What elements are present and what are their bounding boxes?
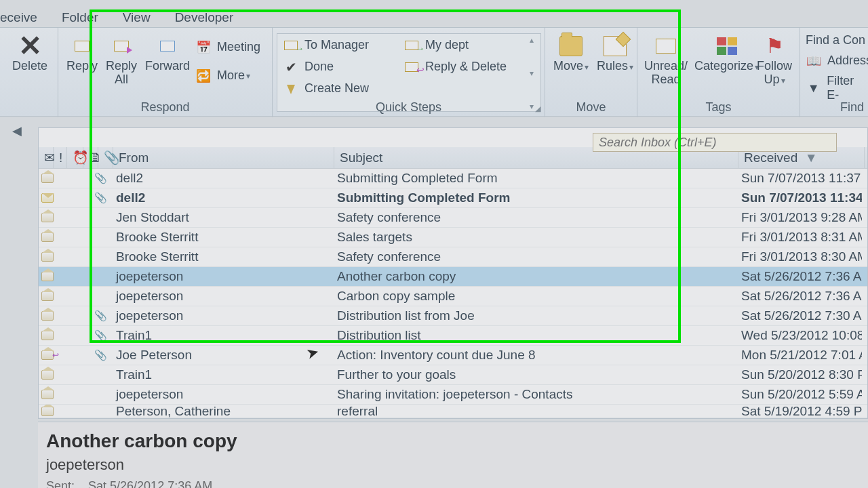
- tab-receive[interactable]: eceive: [0, 10, 50, 25]
- message-row[interactable]: 📎dell2Submitting Completed FormSun 7/07/…: [39, 188, 867, 208]
- message-row[interactable]: ↩📎Joe PetersonAction: Inventory count du…: [39, 346, 867, 365]
- qs-to-manager[interactable]: To Manager: [283, 38, 369, 52]
- delete-button[interactable]: ✕ Delete: [12, 33, 47, 73]
- qs-create-new[interactable]: Create New: [283, 81, 369, 96]
- categorize-button[interactable]: Categorize: [694, 33, 759, 74]
- row-attachment: 📎: [90, 310, 111, 322]
- message-row[interactable]: 📎joepetersonDistribution list from JoeSa…: [39, 306, 867, 326]
- qs-my-dept[interactable]: My dept: [403, 38, 469, 52]
- meeting-button[interactable]: 📅 Meeting: [195, 40, 260, 54]
- unread-label-2: Read: [652, 73, 681, 86]
- forward-button[interactable]: Forward: [145, 33, 190, 73]
- row-received: Sun 5/20/2012 8:30 PM: [736, 367, 862, 382]
- col-importance[interactable]: ✉: [39, 147, 54, 168]
- paperclip-icon: 📎: [94, 349, 107, 361]
- qs-label: To Manager: [304, 38, 369, 52]
- row-from: Jen Stoddart: [111, 210, 332, 225]
- row-status-icons: [39, 193, 90, 203]
- envelope-open-icon: [41, 213, 54, 222]
- col-reminder[interactable]: !: [54, 147, 67, 168]
- message-row[interactable]: Jen StoddartSafety conferenceFri 3/01/20…: [39, 208, 867, 228]
- search-input[interactable]: [593, 133, 837, 152]
- col-reminder-bell[interactable]: ⏰: [67, 147, 83, 168]
- nav-collapse-button[interactable]: ◀: [12, 123, 22, 138]
- envelope-open-icon: [41, 232, 54, 242]
- address-book-button[interactable]: 📖 Address: [806, 54, 868, 68]
- dialog-launcher-icon[interactable]: ◢: [535, 104, 540, 113]
- tab-folder[interactable]: Folder: [50, 10, 111, 25]
- scroll-down-icon[interactable]: ▾: [530, 68, 534, 78]
- envelope-forward-icon: [284, 41, 298, 50]
- more-label: More: [217, 68, 245, 83]
- row-received: Fri 3/01/2013 8:31 AM: [736, 230, 862, 245]
- envelope-reply-icon: [405, 62, 418, 72]
- qs-done[interactable]: ✔ Done: [283, 60, 334, 74]
- follow-up-button[interactable]: ⚑ Follow Up: [757, 33, 792, 87]
- message-row[interactable]: joepetersonAnother carbon copySat 5/26/2…: [39, 267, 867, 287]
- row-subject: Safety conference: [332, 249, 736, 264]
- message-row[interactable]: Peterson, CatherinereferralSat 5/19/2012…: [39, 405, 867, 418]
- calendar-icon: 📅: [195, 41, 212, 54]
- pencil-icon: [283, 82, 299, 96]
- reading-sent: Sent: Sat 5/26/2012 7:36 AM: [46, 479, 860, 488]
- folder-icon: [559, 36, 583, 56]
- message-row[interactable]: joepetersonCarbon copy sampleSat 5/26/20…: [39, 287, 867, 306]
- row-received: Mon 5/21/2012 7:01 A: [736, 348, 862, 363]
- reply-button[interactable]: Reply: [66, 33, 98, 73]
- row-status-icons: [39, 311, 90, 321]
- filter-email-button[interactable]: ▼ Filter E-: [806, 74, 868, 102]
- row-from: Train1: [111, 367, 332, 382]
- move-button[interactable]: Move: [553, 33, 589, 74]
- row-received: Sat 5/26/2012 7:36 AM: [736, 269, 862, 284]
- find-group-label: Find: [800, 100, 868, 115]
- group-delete: ✕ Delete: [0, 28, 58, 117]
- scroll-up-icon[interactable]: ▴: [530, 35, 534, 45]
- row-received: Fri 3/01/2013 8:30 AM: [736, 249, 862, 264]
- row-attachment: 📎: [90, 349, 111, 361]
- filter-label: Filter E-: [827, 74, 868, 102]
- reply-all-label-2: All: [115, 73, 128, 86]
- row-from: Brooke Sterritt: [111, 249, 332, 264]
- more-button[interactable]: 🔁 More: [195, 68, 250, 83]
- qs-label: Reply & Delete: [425, 60, 507, 74]
- message-row[interactable]: 📎Train1Distribution listWed 5/23/2012 10…: [39, 326, 867, 346]
- message-row[interactable]: Train1Further to your goalsSun 5/20/2012…: [39, 365, 867, 385]
- unread-read-button[interactable]: Unread/ Read: [644, 33, 688, 86]
- quicksteps-group-label: Quick Steps: [273, 100, 545, 115]
- sort-desc-icon: ▼: [805, 150, 818, 165]
- col-from[interactable]: From: [113, 147, 334, 168]
- qs-label: Done: [304, 60, 334, 74]
- qs-label: Create New: [304, 81, 369, 96]
- message-row[interactable]: joepetersonSharing invitation: joepeters…: [39, 385, 867, 405]
- col-received-label: Received: [744, 150, 797, 165]
- row-from: joepeterson: [111, 308, 332, 323]
- respond-group-label: Respond: [58, 100, 272, 115]
- col-icon[interactable]: 🗎: [83, 147, 98, 168]
- categorize-label: Categorize: [694, 59, 759, 74]
- col-attachment[interactable]: 📎: [98, 147, 113, 168]
- paperclip-icon: 📎: [94, 172, 107, 184]
- message-row[interactable]: 📎dell2Submitting Completed FormSun 7/07/…: [39, 169, 867, 188]
- row-status-icons: [39, 213, 90, 222]
- row-subject: Safety conference: [332, 210, 736, 225]
- row-status-icons: [39, 390, 90, 399]
- tab-developer[interactable]: Developer: [163, 10, 246, 25]
- row-from: dell2: [111, 171, 332, 186]
- rules-button[interactable]: Rules: [597, 33, 633, 74]
- qs-reply-delete[interactable]: Reply & Delete: [403, 60, 507, 74]
- row-subject: Another carbon copy: [332, 269, 736, 284]
- row-status-icons: [39, 252, 90, 262]
- row-from: Joe Peterson: [111, 348, 332, 363]
- row-status-icons: [39, 407, 90, 416]
- message-row[interactable]: Brooke SterrittSales targetsFri 3/01/201…: [39, 228, 867, 247]
- forward-label: Forward: [145, 59, 190, 73]
- tab-view[interactable]: View: [111, 10, 163, 25]
- find-contact-button[interactable]: Find a Con: [806, 33, 865, 47]
- message-row[interactable]: Brooke SterrittSafety conferenceFri 3/01…: [39, 247, 867, 267]
- find-contact-label: Find a Con: [806, 33, 865, 47]
- reply-all-button[interactable]: Reply All: [106, 33, 137, 86]
- reply-label: Reply: [66, 59, 98, 73]
- group-find: Find a Con 📖 Address ▼ Filter E- Find: [800, 28, 868, 117]
- envelope-open-icon: [41, 311, 54, 321]
- group-quick-steps: To Manager My dept ✔ Done Reply & Delete…: [273, 28, 545, 117]
